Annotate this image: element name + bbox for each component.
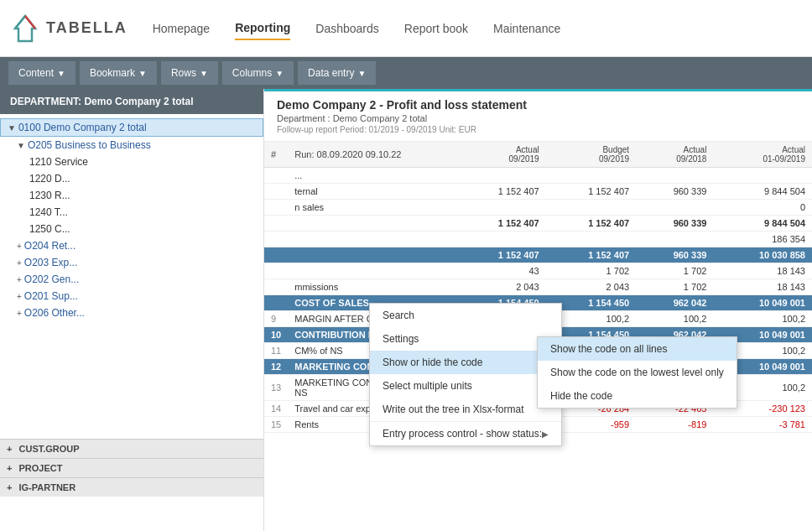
submenu-show-all-lines[interactable]: Show the code on all lines bbox=[538, 337, 737, 361]
data-entry-arrow-icon: ▼ bbox=[357, 69, 366, 78]
table-cell: 1 702 bbox=[546, 263, 636, 279]
toggle-icon-1: ▼ bbox=[17, 141, 25, 150]
nav-dashboards[interactable]: Dashboards bbox=[315, 18, 379, 39]
toggle-icon-7: + bbox=[17, 242, 22, 251]
submenu-hide-code[interactable]: Hide the code bbox=[538, 384, 737, 408]
tree-item-1[interactable]: ▼ O205 Business to Business bbox=[0, 137, 263, 154]
nav-report-book[interactable]: Report book bbox=[404, 18, 468, 39]
row-num: 11 bbox=[264, 343, 288, 359]
table-row: n sales 0 bbox=[264, 200, 812, 216]
row-num bbox=[264, 168, 288, 184]
table-cell: 100,2 bbox=[713, 311, 812, 327]
bookmark-arrow-icon: ▼ bbox=[138, 69, 147, 78]
table-cell: 10 030 858 bbox=[713, 247, 812, 263]
table-cell bbox=[713, 168, 812, 184]
content-button[interactable]: Content ▼ bbox=[8, 61, 75, 85]
table-cell: 18 143 bbox=[713, 263, 812, 279]
row-num: 9 bbox=[264, 311, 288, 327]
row-num: 10 bbox=[264, 327, 288, 343]
bookmark-button[interactable]: Bookmark ▼ bbox=[80, 61, 157, 85]
svg-line-2 bbox=[25, 16, 35, 29]
table-cell: 962 042 bbox=[636, 295, 713, 311]
row-num bbox=[264, 200, 288, 216]
toggle-icon-11: + bbox=[17, 309, 22, 318]
row-num: 12 bbox=[264, 359, 288, 375]
content-arrow-icon: ▼ bbox=[57, 69, 65, 78]
report-header: Demo Company 2 - Profit and loss stateme… bbox=[264, 91, 812, 142]
row-label bbox=[288, 232, 455, 247]
cust-group-expand-icon: + bbox=[7, 444, 12, 454]
tree-item-10[interactable]: + O201 Sup... bbox=[0, 288, 263, 305]
tree-item-9[interactable]: + O202 Gen... bbox=[0, 271, 263, 288]
columns-button[interactable]: Columns ▼ bbox=[222, 61, 294, 85]
report-subtitle: Department : Demo Company 2 total bbox=[277, 113, 799, 123]
menu-entry-process[interactable]: Entry process control - show status: ▶ bbox=[370, 421, 561, 445]
nav-homepage[interactable]: Homepage bbox=[153, 18, 211, 39]
table-cell: 1 702 bbox=[636, 263, 713, 279]
table-row: mmissions 2 043 2 043 1 702 18 143 bbox=[264, 279, 812, 295]
row-num: 14 bbox=[264, 401, 288, 417]
table-cell: -3 781 bbox=[713, 417, 812, 433]
toolbar: Content ▼ Bookmark ▼ Rows ▼ Columns ▼ Da… bbox=[0, 57, 812, 89]
tree-item-4[interactable]: 1230 R... bbox=[0, 187, 263, 204]
table-cell: 1 152 407 bbox=[455, 184, 545, 200]
section-project[interactable]: + PROJECT bbox=[0, 458, 263, 477]
menu-select-multiple[interactable]: Select multiple units ▶ bbox=[370, 374, 561, 398]
logo-area: TABELLA bbox=[8, 12, 128, 45]
col-actual-9-2019: Actual09/2019 bbox=[455, 142, 545, 168]
row-num bbox=[264, 295, 288, 311]
tree-item-0[interactable]: ▼ 0100 Demo Company 2 total bbox=[0, 118, 263, 137]
tree-item-7[interactable]: + O204 Ret... bbox=[0, 237, 263, 254]
project-expand-icon: + bbox=[7, 463, 12, 473]
table-cell: 1 152 407 bbox=[455, 247, 545, 263]
table-cell: 0 bbox=[713, 200, 812, 216]
section-ig-partner[interactable]: + IG-PARTNER bbox=[0, 477, 263, 497]
table-cell: 1 152 407 bbox=[546, 247, 636, 263]
data-entry-button[interactable]: Data entry ▼ bbox=[298, 61, 376, 85]
tree-item-11[interactable]: + O206 Other... bbox=[0, 305, 263, 321]
tree-area: ▼ 0100 Demo Company 2 total ▼ O205 Busin… bbox=[0, 114, 263, 439]
logo-text: TABELLA bbox=[46, 19, 128, 37]
rows-button[interactable]: Rows ▼ bbox=[161, 61, 218, 85]
menu-search[interactable]: Search bbox=[370, 304, 561, 327]
table-row: 1 152 407 1 152 407 960 339 9 844 504 bbox=[264, 216, 812, 232]
rows-arrow-icon: ▼ bbox=[200, 69, 208, 78]
row-num bbox=[264, 216, 288, 232]
row-num bbox=[264, 232, 288, 247]
table-cell bbox=[546, 232, 636, 247]
nav-reporting[interactable]: Reporting bbox=[235, 17, 290, 40]
tree-item-6[interactable]: 1250 C... bbox=[0, 221, 263, 237]
table-cell bbox=[546, 168, 636, 184]
table-cell: 100,2 bbox=[636, 311, 713, 327]
row-num bbox=[264, 247, 288, 263]
tree-item-5[interactable]: 1240 T... bbox=[0, 204, 263, 221]
submenu-show-lowest-level[interactable]: Show the code on the lowest level only bbox=[538, 361, 737, 384]
col-num: # bbox=[264, 142, 288, 168]
table-row: 43 1 702 1 702 18 143 bbox=[264, 263, 812, 279]
tree-item-2[interactable]: 1210 Service bbox=[0, 154, 263, 170]
table-cell: 960 339 bbox=[636, 216, 713, 232]
row-num: 15 bbox=[264, 417, 288, 433]
tree-item-8[interactable]: + O203 Exp... bbox=[0, 254, 263, 271]
row-label: ... bbox=[288, 168, 455, 184]
report-title: Demo Company 2 - Profit and loss stateme… bbox=[277, 98, 799, 112]
nav-maintenance[interactable]: Maintenance bbox=[493, 18, 560, 39]
toggle-icon-0: ▼ bbox=[8, 123, 16, 133]
col-label: Run: 08.09.2020 09.10.22 bbox=[288, 142, 455, 168]
toggle-icon-8: + bbox=[17, 258, 22, 268]
table-cell: 960 339 bbox=[636, 184, 713, 200]
table-cell: 1 152 407 bbox=[546, 216, 636, 232]
menu-write-out[interactable]: Write out the tree in Xlsx-format bbox=[370, 398, 561, 421]
section-cust-group[interactable]: + CUST.GROUP bbox=[0, 439, 263, 458]
col-actual-01-9-2019: Actual01-09/2019 bbox=[713, 142, 812, 168]
table-cell bbox=[636, 232, 713, 247]
tree-item-3[interactable]: 1220 D... bbox=[0, 170, 263, 187]
table-cell: 9 844 504 bbox=[713, 216, 812, 232]
table-cell bbox=[455, 200, 545, 216]
table-cell: 18 143 bbox=[713, 279, 812, 295]
menu-show-hide-code[interactable]: Show or hide the code ▶ bbox=[370, 351, 561, 374]
row-num: 13 bbox=[264, 375, 288, 401]
table-cell: 43 bbox=[455, 263, 545, 279]
col-actual-9-2018: Actual09/2018 bbox=[636, 142, 713, 168]
menu-settings[interactable]: Settings ▶ bbox=[370, 327, 561, 351]
